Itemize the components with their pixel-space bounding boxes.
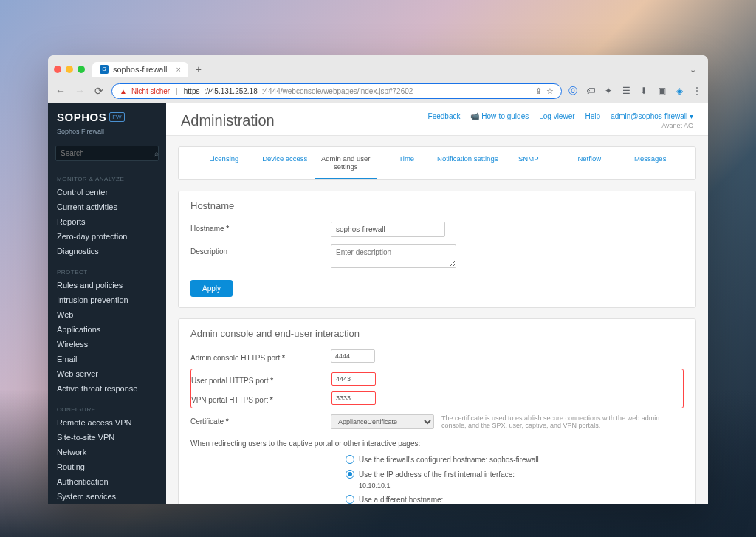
radio-label-hostname: Use the firewall's configured hostname: … <box>359 456 539 464</box>
sidebar-item-authentication[interactable]: Authentication <box>48 474 166 489</box>
hostname-apply-button[interactable]: Apply <box>190 280 233 297</box>
header-link-howto[interactable]: 📹 How-to guides <box>470 112 529 120</box>
tab-messages[interactable]: Messages <box>620 147 681 179</box>
admin-console-panel: Admin console and end-user interaction A… <box>178 318 696 504</box>
radio-option-hostname[interactable]: Use the firewall's configured hostname: … <box>346 455 684 464</box>
sidebar-item-intrusion[interactable]: Intrusion prevention <box>48 293 166 307</box>
admin-port-label: Admin console HTTPS port <box>190 351 331 362</box>
bookmark-icon[interactable]: ☆ <box>546 86 554 96</box>
nav-monitor: Monitor & Analyze Control center Current… <box>48 168 166 261</box>
header-user[interactable]: admin@sophos-firewall ▾ <box>611 112 693 120</box>
not-secure-label: Nicht sicher <box>131 87 170 95</box>
back-button[interactable]: ← <box>54 85 67 97</box>
maximize-window-icon[interactable] <box>78 66 85 73</box>
radio-option-different[interactable]: Use a different hostname: <box>346 495 684 504</box>
shield-icon[interactable]: ◈ <box>674 86 684 96</box>
sidebar-item-site-vpn[interactable]: Site-to-site VPN <box>48 430 166 445</box>
nav-header-protect: Protect <box>48 264 166 278</box>
share-icon[interactable]: ⇪ <box>535 86 542 96</box>
url-scheme: https <box>184 87 200 95</box>
new-tab-button[interactable]: + <box>196 64 202 75</box>
header-link-logviewer[interactable]: Log viewer <box>539 112 574 120</box>
tag-icon[interactable]: 🏷 <box>585 86 596 96</box>
radio-icon[interactable] <box>346 495 354 504</box>
puzzle-icon[interactable]: ✦ <box>603 86 614 96</box>
header-link-feedback[interactable]: Feedback <box>428 112 461 120</box>
download-icon[interactable]: ⬇ <box>639 86 649 96</box>
menu-icon[interactable]: ⋮ <box>692 86 702 96</box>
close-window-icon[interactable] <box>54 66 61 73</box>
sidebar-item-web[interactable]: Web <box>48 307 166 322</box>
user-port-input[interactable] <box>331 372 376 386</box>
sidebar-item-diagnostics[interactable]: Diagnostics <box>48 244 166 259</box>
sidebar-item-control-center[interactable]: Control center <box>48 185 166 199</box>
sidebar-item-routing[interactable]: Routing <box>48 459 166 474</box>
header-link-help[interactable]: Help <box>585 112 601 120</box>
admin-port-input[interactable] <box>331 349 375 363</box>
tab-admin-user[interactable]: Admin and user settings <box>315 147 377 179</box>
sidebar-item-wireless[interactable]: Wireless <box>48 337 166 352</box>
nav-protect: Protect Rules and policies Intrusion pre… <box>48 261 166 399</box>
highlighted-ports: User portal HTTPS port VPN portal HTTPS … <box>190 369 684 408</box>
list-icon[interactable]: ☰ <box>621 86 631 96</box>
description-input[interactable] <box>331 244 456 268</box>
radio-option-ip[interactable]: Use the IP address of the first internal… <box>346 470 684 479</box>
hostname-input[interactable] <box>331 222 445 237</box>
sidebar-item-web-server[interactable]: Web server <box>48 366 166 381</box>
address-bar[interactable]: ▲ Nicht sicher | https://45.131.252.18:4… <box>111 83 562 99</box>
tabs-dropdown-icon[interactable]: ⌄ <box>684 65 702 75</box>
favicon-icon: S <box>100 65 109 74</box>
sidebar-item-rules[interactable]: Rules and policies <box>48 278 166 293</box>
vpn-port-input[interactable] <box>331 391 376 405</box>
close-tab-icon[interactable]: × <box>176 65 180 74</box>
main-content: Administration Feedback 📹 How-to guides … <box>166 103 708 504</box>
search-input[interactable] <box>61 149 154 157</box>
radio-icon[interactable] <box>346 470 354 479</box>
sidebar-item-threat-response[interactable]: Active threat response <box>48 381 166 396</box>
certificate-select[interactable]: ApplianceCertificate <box>331 414 434 429</box>
nav-header-configure: Configure <box>48 402 166 415</box>
sidebar-item-current-activities[interactable]: Current activities <box>48 199 166 214</box>
brand-name: SOPHOS <box>57 111 106 123</box>
hostname-panel-title: Hostname <box>190 200 684 211</box>
bookmark2-icon[interactable]: ▣ <box>656 86 667 96</box>
sidebar-search[interactable]: ⌕ <box>55 146 159 161</box>
extension-icon[interactable]: ⓪ <box>568 86 578 96</box>
sidebar-item-email[interactable]: Email <box>48 352 166 366</box>
radio-label-ip: Use the IP address of the first internal… <box>359 471 515 479</box>
tab-notification[interactable]: Notification settings <box>437 147 498 179</box>
sidebar-item-remote-vpn[interactable]: Remote access VPN <box>48 415 166 430</box>
url-path: :4444/webconsole/webpages/index.jsp#7260… <box>262 87 413 95</box>
forward-button[interactable]: → <box>73 85 86 97</box>
tab-netflow[interactable]: Netflow <box>559 147 620 179</box>
brand: SOPHOS FW <box>48 103 166 128</box>
sidebar-item-zero-day[interactable]: Zero-day protection <box>48 229 166 244</box>
sidebar: SOPHOS FW Sophos Firewall ⌕ Monitor & An… <box>48 103 166 504</box>
description-label: Description <box>190 244 331 256</box>
tab-licensing[interactable]: Licensing <box>193 147 255 179</box>
reload-button[interactable]: ⟳ <box>92 85 106 97</box>
certificate-help: The certificate is used to establish sec… <box>441 414 684 429</box>
sidebar-item-system-services[interactable]: System services <box>48 489 166 504</box>
brand-subtitle: Sophos Firewall <box>48 128 166 141</box>
page-header: Administration Feedback 📹 How-to guides … <box>166 103 708 136</box>
sidebar-item-reports[interactable]: Reports <box>48 214 166 229</box>
tab-snmp[interactable]: SNMP <box>498 147 560 179</box>
sidebar-item-applications[interactable]: Applications <box>48 322 166 337</box>
user-port-label: User portal HTTPS port <box>191 374 331 385</box>
browser-tab[interactable]: S sophos-firewall × <box>92 62 188 77</box>
url-host: ://45.131.252.18 <box>204 87 257 95</box>
sidebar-item-network[interactable]: Network <box>48 445 166 459</box>
warning-icon: ▲ <box>120 87 127 95</box>
tab-device-access[interactable]: Device access <box>255 147 316 179</box>
tab-time[interactable]: Time <box>377 147 438 179</box>
browser-window: S sophos-firewall × + ⌄ ← → ⟳ ▲ Nicht si… <box>48 55 708 504</box>
minimize-window-icon[interactable] <box>66 66 73 73</box>
hostname-panel: Hostname Hostname Description Apply <box>178 191 696 308</box>
content-tabs: Licensing Device access Admin and user s… <box>178 146 696 180</box>
tab-bar: S sophos-firewall × + ⌄ <box>48 55 708 79</box>
nav-configure: Configure Remote access VPN Site-to-site… <box>48 399 166 504</box>
radio-icon[interactable] <box>346 455 354 464</box>
brand-badge: FW <box>109 112 124 122</box>
hostname-label: Hostname <box>190 222 331 233</box>
